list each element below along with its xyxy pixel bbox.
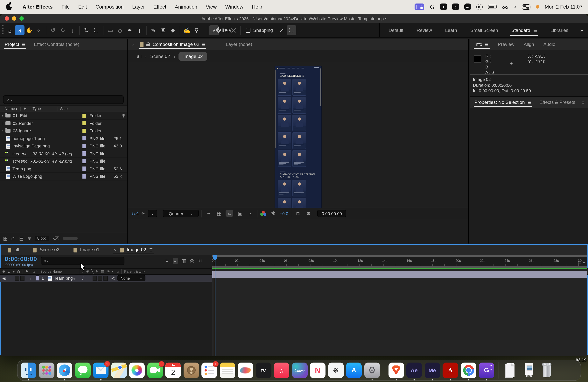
breadcrumb-scene-02[interactable]: Scene 02 — [150, 54, 170, 59]
timeline-tab-all[interactable]: all — [4, 247, 29, 255]
dock-photos[interactable] — [129, 362, 145, 378]
panel-menu-icon[interactable]: ☰ — [485, 42, 488, 46]
dock-music[interactable]: ♫ — [274, 362, 289, 378]
brush-tool[interactable]: ✎ — [148, 25, 158, 35]
dolly-camera-tool[interactable]: ↕ — [68, 25, 77, 35]
frame-blend-switch-icon[interactable]: ▥ — [101, 270, 104, 274]
layer-quality-icon[interactable]: / — [83, 276, 84, 280]
bit-depth-button[interactable]: 8 bpc — [35, 236, 50, 241]
selection-tool[interactable]: ➤ — [15, 25, 24, 35]
tab-effect-controls[interactable]: Effect Controls (none) — [29, 42, 83, 50]
dock-notes[interactable] — [220, 362, 235, 378]
toolbar-grabber[interactable] — [2, 25, 3, 35]
frame-blending-icon[interactable]: ▥ — [182, 258, 187, 264]
composition-stage[interactable]: OUR CLINICIANS — [128, 63, 468, 219]
dock-jpeg-file[interactable]: JPEG — [521, 362, 536, 378]
workspace-standard[interactable]: Standard☰ — [504, 23, 544, 37]
panel-menu-icon[interactable]: ☰ — [202, 42, 206, 46]
zoom-tool[interactable]: ⌕ — [34, 25, 44, 35]
menu-after-effects[interactable]: After Effects — [18, 4, 57, 10]
world-axis-mode[interactable]: �ite⋏ — [219, 25, 229, 35]
dock-finder[interactable] — [21, 362, 36, 378]
snapshot-camera-icon[interactable]: ◘ — [294, 211, 302, 216]
apple-menu-icon[interactable] — [6, 4, 12, 10]
menu-view[interactable]: View — [202, 4, 221, 10]
motion-blur-icon[interactable]: ◎ — [190, 258, 194, 264]
timeline-horizontal-scrollbar[interactable] — [212, 255, 587, 257]
fast-previews-icon[interactable]: ϟ — [205, 211, 212, 216]
column-parent-link[interactable]: Parent & Link — [122, 270, 147, 274]
workspace-menu-icon[interactable]: ☰ — [533, 28, 537, 33]
snap-arrow-icon[interactable]: ↗ — [277, 25, 286, 35]
label-swatch[interactable] — [82, 128, 86, 133]
label-swatch[interactable] — [82, 121, 86, 126]
dock-news[interactable]: N — [310, 362, 326, 378]
table-row[interactable]: › 02.Render Folder — [0, 120, 127, 127]
channel-settings-icon[interactable] — [260, 211, 267, 216]
layer-switch-box[interactable] — [98, 276, 102, 281]
tab-composition[interactable]: Composition Image 02 ☰ — [136, 42, 210, 50]
playhead[interactable] — [212, 255, 218, 356]
table-row[interactable]: homepage-1.png PNG file 25.1 — [0, 135, 127, 142]
show-snapshot-icon[interactable]: ◙ — [304, 211, 312, 216]
rectangle-tool[interactable]: ▭ — [105, 25, 115, 35]
tab-align[interactable]: Align — [519, 42, 539, 50]
layer-switch-box[interactable] — [104, 276, 108, 281]
dock-app-store[interactable]: A — [346, 362, 362, 378]
quality-switch-icon[interactable]: ╲ — [91, 270, 94, 274]
label-swatch[interactable] — [82, 113, 86, 118]
column-type[interactable]: Type — [30, 106, 57, 111]
layer-duration-bar[interactable] — [212, 271, 587, 278]
battery-icon[interactable] — [488, 5, 497, 9]
zoom-level-value[interactable]: 5.4 — [132, 211, 139, 216]
tab-audio[interactable]: Audio — [539, 42, 560, 50]
adjustment-switch-icon[interactable]: ◐ — [112, 270, 114, 274]
breadcrumb-all[interactable]: all — [137, 54, 142, 59]
timeline-tab-image-01[interactable]: Image 01 — [69, 247, 109, 255]
table-row[interactable]: Team.png PNG file 52.6 — [0, 165, 127, 173]
burst-app-icon[interactable]: ☼ — [452, 3, 459, 10]
layer-shy-icon[interactable]: ◒ — [73, 276, 76, 280]
wifi-icon[interactable] — [502, 5, 508, 9]
menu-animation[interactable]: Animation — [170, 4, 202, 10]
panel-menu-icon[interactable]: ☰ — [527, 100, 531, 105]
label-swatch[interactable] — [82, 166, 86, 171]
layer-switch-box[interactable] — [93, 276, 97, 281]
puppet-pin-tool[interactable]: ⚲ — [192, 25, 201, 35]
parent-pickwhip-icon[interactable]: @ — [111, 276, 116, 280]
menu-window[interactable]: Window — [221, 4, 248, 10]
hand-tool[interactable]: ✋ — [24, 25, 34, 35]
footer-slider[interactable] — [63, 237, 78, 240]
orbit-camera-tool[interactable]: ↺ — [48, 25, 58, 35]
snapping-label[interactable]: Snapping — [253, 28, 273, 33]
ruler-options-icons[interactable]: ▤≣ — [578, 260, 586, 264]
dock-g-sparkles[interactable]: G — [479, 362, 494, 378]
table-row[interactable]: screenc...-02-02-09_49_42.png PNG file — [0, 158, 127, 165]
graph-editor-icon[interactable]: ≋ — [198, 258, 202, 264]
dock-safari[interactable] — [57, 362, 72, 378]
preview-time-field[interactable]: 0:00:00:00 — [317, 210, 346, 217]
fx-switch-icon[interactable]: fx — [96, 270, 99, 274]
transparency-grid-icon[interactable]: ▦ — [215, 211, 223, 216]
table-row[interactable]: Wise Logo .png PNG file 53 K — [0, 173, 127, 180]
region-of-interest-icon[interactable]: ▱ — [226, 210, 233, 217]
label-swatch[interactable] — [82, 136, 86, 141]
layer-audio-toggle[interactable] — [15, 276, 19, 281]
comp-mini-flowchart-icon[interactable]: ⋔ — [165, 258, 169, 264]
color-management-icon[interactable]: ✱ — [269, 211, 277, 216]
menu-effect[interactable]: Effect — [149, 4, 170, 10]
video-column-icon[interactable]: ◉ — [2, 270, 5, 274]
clone-stamp-tool[interactable]: ♜ — [158, 25, 168, 35]
current-time-field[interactable]: 0:00:00:00 — [5, 255, 37, 263]
dock-documents[interactable] — [503, 362, 518, 378]
tab-project[interactable]: Project☰ — [0, 42, 29, 50]
dock-maps[interactable] — [111, 362, 126, 378]
dock-apple-tv[interactable]: tv — [256, 362, 271, 378]
adjust-icon[interactable]: ≋ — [27, 235, 31, 241]
interpret-footage-icon[interactable]: ▦ — [3, 235, 8, 241]
column-label-icon[interactable]: ⚑ — [20, 107, 30, 111]
roto-brush-tool[interactable]: ✍ — [182, 25, 192, 35]
timeline-tab-scene-02[interactable]: Scene 02 — [29, 247, 69, 255]
layer-source-name[interactable]: Team.png — [54, 276, 73, 280]
view-axis-mode[interactable]: ⤫ — [229, 25, 238, 35]
